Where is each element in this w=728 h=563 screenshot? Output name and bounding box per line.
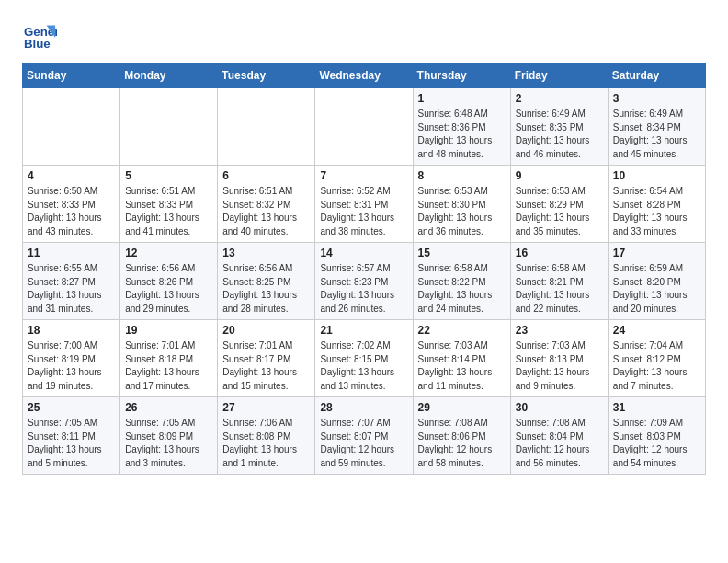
day-info: Sunrise: 6:55 AMSunset: 8:27 PMDaylight:… [28,262,115,316]
calendar-cell: 2Sunrise: 6:49 AMSunset: 8:35 PMDaylight… [510,88,608,166]
calendar-cell: 10Sunrise: 6:54 AMSunset: 8:28 PMDayligh… [608,166,705,243]
logo-icon: General Blue [22,18,57,53]
day-number: 17 [613,247,700,259]
day-info: Sunrise: 7:05 AMSunset: 8:09 PMDaylight:… [125,417,212,470]
weekday-header-saturday: Saturday [608,63,705,88]
day-info: Sunrise: 6:49 AMSunset: 8:35 PMDaylight:… [516,108,603,161]
day-number: 9 [516,169,603,182]
day-info: Sunrise: 7:01 AMSunset: 8:17 PMDaylight:… [222,339,310,393]
day-number: 10 [613,169,700,182]
day-number: 29 [418,401,506,414]
calendar-cell: 21Sunrise: 7:02 AMSunset: 8:15 PMDayligh… [315,320,413,397]
calendar-cell: 15Sunrise: 6:58 AMSunset: 8:22 PMDayligh… [413,243,510,320]
calendar-cell [23,88,120,166]
day-number: 1 [418,92,506,105]
day-number: 30 [516,401,603,414]
calendar-cell: 31Sunrise: 7:09 AMSunset: 8:03 PMDayligh… [608,397,705,475]
calendar-cell: 12Sunrise: 6:56 AMSunset: 8:26 PMDayligh… [120,243,218,320]
calendar-cell: 9Sunrise: 6:53 AMSunset: 8:29 PMDaylight… [510,166,608,243]
day-number: 3 [613,92,700,105]
weekday-header-friday: Friday [510,63,608,88]
calendar-cell: 27Sunrise: 7:06 AMSunset: 8:08 PMDayligh… [218,397,315,475]
calendar-cell: 19Sunrise: 7:01 AMSunset: 8:18 PMDayligh… [120,320,218,397]
day-info: Sunrise: 7:03 AMSunset: 8:13 PMDaylight:… [516,339,603,393]
weekday-header-monday: Monday [120,63,218,88]
day-number: 20 [222,324,310,337]
calendar-cell: 7Sunrise: 6:52 AMSunset: 8:31 PMDaylight… [315,166,413,243]
day-number: 22 [418,324,506,337]
calendar-cell: 25Sunrise: 7:05 AMSunset: 8:11 PMDayligh… [23,397,120,475]
calendar-cell: 22Sunrise: 7:03 AMSunset: 8:14 PMDayligh… [413,320,510,397]
calendar-cell: 11Sunrise: 6:55 AMSunset: 8:27 PMDayligh… [23,243,120,320]
calendar-cell [218,88,315,166]
day-info: Sunrise: 7:06 AMSunset: 8:08 PMDaylight:… [222,417,310,470]
day-number: 16 [516,247,603,259]
calendar-cell: 30Sunrise: 7:08 AMSunset: 8:04 PMDayligh… [510,397,608,475]
calendar-cell: 4Sunrise: 6:50 AMSunset: 8:33 PMDaylight… [23,166,120,243]
day-info: Sunrise: 6:48 AMSunset: 8:36 PMDaylight:… [418,108,506,161]
calendar-cell: 29Sunrise: 7:08 AMSunset: 8:06 PMDayligh… [413,397,510,475]
calendar-cell: 20Sunrise: 7:01 AMSunset: 8:17 PMDayligh… [218,320,315,397]
day-info: Sunrise: 6:54 AMSunset: 8:28 PMDaylight:… [613,185,700,238]
weekday-header-wednesday: Wednesday [315,63,413,88]
day-number: 27 [222,401,310,414]
calendar-cell: 16Sunrise: 6:58 AMSunset: 8:21 PMDayligh… [510,243,608,320]
day-number: 31 [613,401,700,414]
day-info: Sunrise: 7:08 AMSunset: 8:06 PMDaylight:… [418,417,506,470]
day-number: 14 [320,247,407,259]
day-info: Sunrise: 7:00 AMSunset: 8:19 PMDaylight:… [28,339,115,393]
day-info: Sunrise: 6:51 AMSunset: 8:33 PMDaylight:… [125,185,212,238]
day-number: 26 [125,401,212,414]
calendar-cell: 5Sunrise: 6:51 AMSunset: 8:33 PMDaylight… [120,166,218,243]
day-number: 25 [28,401,115,414]
day-info: Sunrise: 7:03 AMSunset: 8:14 PMDaylight:… [418,339,506,393]
calendar-cell [315,88,413,166]
day-number: 4 [28,169,115,182]
day-info: Sunrise: 6:56 AMSunset: 8:25 PMDaylight:… [222,262,310,316]
day-info: Sunrise: 6:59 AMSunset: 8:20 PMDaylight:… [613,262,700,316]
day-number: 11 [28,247,115,259]
calendar-cell: 23Sunrise: 7:03 AMSunset: 8:13 PMDayligh… [510,320,608,397]
day-info: Sunrise: 6:56 AMSunset: 8:26 PMDaylight:… [125,262,212,316]
day-info: Sunrise: 6:57 AMSunset: 8:23 PMDaylight:… [320,262,407,316]
calendar-cell: 24Sunrise: 7:04 AMSunset: 8:12 PMDayligh… [608,320,705,397]
day-info: Sunrise: 6:51 AMSunset: 8:32 PMDaylight:… [222,185,310,238]
day-number: 15 [418,247,506,259]
day-number: 18 [28,324,115,337]
day-info: Sunrise: 7:09 AMSunset: 8:03 PMDaylight:… [613,417,700,470]
day-number: 7 [320,169,407,182]
logo: General Blue [22,18,61,53]
day-number: 6 [222,169,310,182]
day-info: Sunrise: 6:53 AMSunset: 8:30 PMDaylight:… [418,185,506,238]
weekday-header-sunday: Sunday [23,63,120,88]
calendar-cell: 14Sunrise: 6:57 AMSunset: 8:23 PMDayligh… [315,243,413,320]
day-info: Sunrise: 6:58 AMSunset: 8:22 PMDaylight:… [418,262,506,316]
day-number: 12 [125,247,212,259]
day-info: Sunrise: 7:07 AMSunset: 8:07 PMDaylight:… [320,417,407,470]
day-number: 28 [320,401,407,414]
calendar-cell: 18Sunrise: 7:00 AMSunset: 8:19 PMDayligh… [23,320,120,397]
calendar-table: SundayMondayTuesdayWednesdayThursdayFrid… [22,63,706,475]
calendar-cell: 28Sunrise: 7:07 AMSunset: 8:07 PMDayligh… [315,397,413,475]
day-info: Sunrise: 7:02 AMSunset: 8:15 PMDaylight:… [320,339,407,393]
calendar-cell: 13Sunrise: 6:56 AMSunset: 8:25 PMDayligh… [218,243,315,320]
day-number: 2 [516,92,603,105]
day-number: 13 [222,247,310,259]
weekday-header-tuesday: Tuesday [218,63,315,88]
svg-text:Blue: Blue [24,37,51,51]
calendar-cell: 8Sunrise: 6:53 AMSunset: 8:30 PMDaylight… [413,166,510,243]
calendar-cell [120,88,218,166]
day-info: Sunrise: 6:53 AMSunset: 8:29 PMDaylight:… [516,185,603,238]
calendar-cell: 3Sunrise: 6:49 AMSunset: 8:34 PMDaylight… [608,88,705,166]
day-number: 24 [613,324,700,337]
day-info: Sunrise: 6:50 AMSunset: 8:33 PMDaylight:… [28,185,115,238]
calendar-cell: 26Sunrise: 7:05 AMSunset: 8:09 PMDayligh… [120,397,218,475]
day-number: 21 [320,324,407,337]
day-info: Sunrise: 7:04 AMSunset: 8:12 PMDaylight:… [613,339,700,393]
day-number: 19 [125,324,212,337]
calendar-cell: 1Sunrise: 6:48 AMSunset: 8:36 PMDaylight… [413,88,510,166]
day-info: Sunrise: 6:49 AMSunset: 8:34 PMDaylight:… [613,108,700,161]
day-number: 23 [516,324,603,337]
calendar-cell: 6Sunrise: 6:51 AMSunset: 8:32 PMDaylight… [218,166,315,243]
weekday-header-thursday: Thursday [413,63,510,88]
